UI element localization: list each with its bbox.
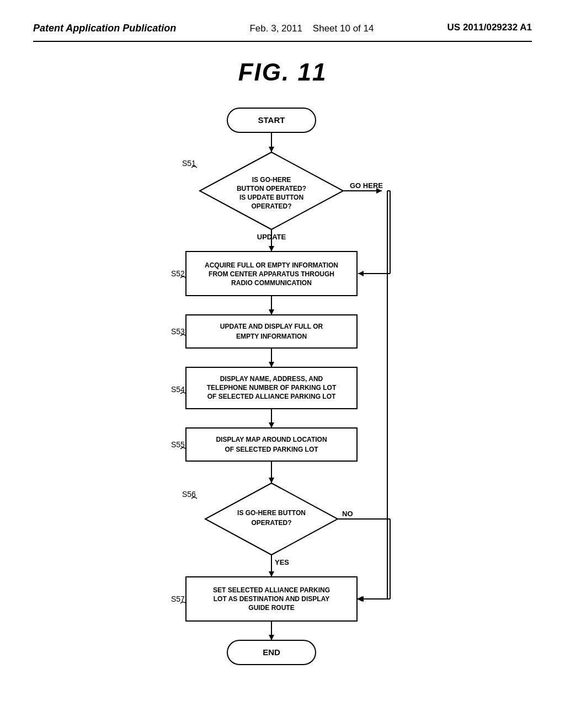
svg-text:SET SELECTED ALLIANCE PARKING: SET SELECTED ALLIANCE PARKING [213,586,330,594]
svg-marker-36 [269,478,274,483]
svg-marker-14 [269,246,274,251]
go-here-label: GO HERE [350,181,383,190]
svg-text:OPERATED?: OPERATED? [251,519,291,527]
svg-text:ACQUIRE FULL OR EMPTY INFORMAT: ACQUIRE FULL OR EMPTY INFORMATION [205,261,338,269]
header-patent-number: US 2011/029232 A1 [447,22,532,33]
header-publication-label: Patent Application Publication [33,22,176,35]
flowchart-wrapper: START S51 IS GO-HERE BUTTON OPERATED? IS… [89,103,476,709]
svg-marker-53 [358,271,364,276]
yes-label: YES [275,558,289,566]
svg-rect-21 [186,315,357,348]
svg-marker-31 [269,422,274,428]
svg-text:LOT AS DESTINATION AND DISPLAY: LOT AS DESTINATION AND DISPLAY [214,595,329,603]
svg-text:IS GO-HERE BUTTON: IS GO-HERE BUTTON [237,509,306,517]
header-date: Feb. 3, 2011 [249,23,302,34]
svg-rect-32 [186,428,357,461]
svg-text:GUIDE ROUTE: GUIDE ROUTE [248,604,294,612]
no-label: NO [342,510,353,518]
figure-title: FIG. 11 [33,58,532,86]
start-label: START [258,115,285,125]
svg-text:UPDATE AND DISPLAY FULL OR: UPDATE AND DISPLAY FULL OR [220,323,323,330]
end-label: END [263,647,280,657]
page: Patent Application Publication Feb. 3, 2… [0,0,565,728]
svg-marker-20 [269,309,274,315]
svg-text:OF SELECTED ALLIANCE PARKING L: OF SELECTED ALLIANCE PARKING LOT [207,393,336,400]
svg-marker-2 [269,147,274,152]
header: Patent Application Publication Feb. 3, 2… [33,22,532,42]
svg-text:BUTTON OPERATED?: BUTTON OPERATED? [237,185,306,192]
svg-text:EMPTY INFORMATION: EMPTY INFORMATION [236,333,307,340]
svg-text:IS UPDATE BUTTON: IS UPDATE BUTTON [239,194,303,201]
header-sheet: Sheet 10 of 14 [313,23,374,34]
svg-text:FROM CENTER APPARATUS THROUGH: FROM CENTER APPARATUS THROUGH [209,270,334,278]
svg-text:OF SELECTED PARKING LOT: OF SELECTED PARKING LOT [225,446,318,453]
svg-text:DISPLAY MAP AROUND LOCATION: DISPLAY MAP AROUND LOCATION [216,436,327,443]
svg-text:OPERATED?: OPERATED? [251,202,291,210]
flowchart-svg: START S51 IS GO-HERE BUTTON OPERATED? IS… [89,103,476,709]
svg-text:TELEPHONE NUMBER OF PARKING LO: TELEPHONE NUMBER OF PARKING LOT [207,384,337,392]
svg-text:RADIO COMMUNICATION: RADIO COMMUNICATION [231,279,312,287]
svg-marker-25 [269,362,274,367]
svg-marker-42 [269,571,274,577]
svg-text:IS GO-HERE: IS GO-HERE [252,176,291,184]
header-date-sheet: Feb. 3, 2011 Sheet 10 of 14 [249,22,374,35]
svg-marker-48 [269,635,274,640]
svg-text:DISPLAY NAME, ADDRESS, AND: DISPLAY NAME, ADDRESS, AND [220,375,323,383]
